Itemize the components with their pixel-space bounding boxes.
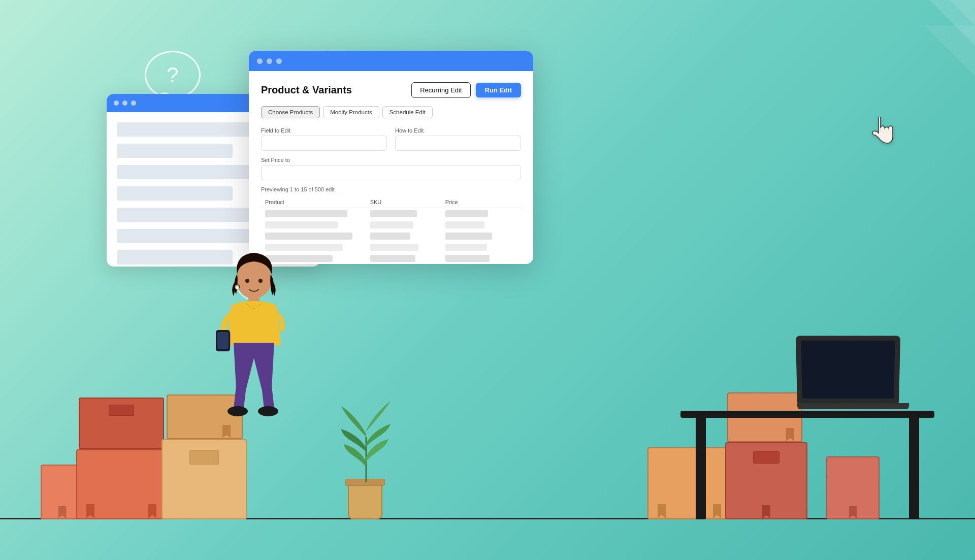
table-row <box>261 242 521 253</box>
how-to-edit-group: How to Edit Set to fixed value <box>395 127 521 151</box>
field-to-edit-group: Field to Edit Price <box>261 127 387 151</box>
main-dot-3 <box>276 58 282 64</box>
desk-leg-right <box>909 418 919 519</box>
plant-leaves <box>339 401 394 485</box>
main-dot-1 <box>257 58 263 64</box>
bookmark <box>86 504 94 518</box>
box-right-1 <box>647 447 731 519</box>
box-mid-top <box>79 398 164 449</box>
table-row <box>261 230 521 242</box>
main-content: Product & Variants Recurring Edit Run Ed… <box>249 71 533 264</box>
bookmark <box>849 506 857 518</box>
bookmark <box>148 504 156 518</box>
cell-bar <box>445 244 487 251</box>
cell-bar <box>265 221 338 228</box>
field-to-edit-label: Field to Edit <box>261 127 387 134</box>
set-price-label: Set Price to <box>261 157 521 163</box>
svg-point-15 <box>245 279 249 283</box>
bookmark <box>58 506 67 518</box>
preview-table-head: Product SKU Price <box>261 196 521 208</box>
svg-point-12 <box>258 406 278 416</box>
tab-choose-products[interactable]: Choose Products <box>261 106 320 118</box>
svg-point-17 <box>236 286 239 289</box>
bg-window-row-4 <box>117 186 233 201</box>
cell-bar <box>370 244 418 251</box>
set-price-group: Set Price to 20 <box>261 157 521 180</box>
svg-rect-10 <box>217 332 229 349</box>
preview-table: Product SKU Price <box>261 196 521 264</box>
svg-point-16 <box>258 279 263 283</box>
plant <box>348 479 382 519</box>
cell-bar <box>445 233 492 240</box>
cell-bar <box>445 255 490 262</box>
question-mark: ? <box>167 64 178 86</box>
bg-window-dot-1 <box>114 101 119 106</box>
cell-bar <box>445 210 489 217</box>
main-dot-2 <box>267 58 272 64</box>
cell-bar <box>370 210 417 217</box>
how-to-edit-input[interactable]: Set to fixed value <box>395 136 521 151</box>
cell-bar <box>445 221 485 228</box>
run-edit-button[interactable]: Run Edit <box>476 83 521 97</box>
cursor-hand <box>869 117 890 139</box>
table-row <box>261 208 521 219</box>
bookmark <box>658 504 666 518</box>
box-mid <box>76 449 167 519</box>
main-window: Product & Variants Recurring Edit Run Ed… <box>249 51 533 264</box>
character <box>206 251 297 444</box>
tab-schedule-edit[interactable]: Schedule Edit <box>382 106 433 118</box>
box-right-2 <box>725 442 807 519</box>
box-right-small <box>826 456 880 519</box>
table-row <box>261 253 521 264</box>
col-sku: SKU <box>366 196 441 208</box>
desk-leg-left <box>696 418 706 519</box>
box-label <box>109 405 134 416</box>
preview-table-body <box>261 208 521 264</box>
box-label <box>753 451 779 464</box>
box-large <box>161 439 247 519</box>
how-to-edit-label: How to Edit <box>395 127 521 134</box>
page-title: Product & Variants <box>261 84 352 96</box>
cell-bar <box>370 233 410 240</box>
cell-bar <box>265 244 343 251</box>
bookmark <box>762 505 770 518</box>
main-buttons: Recurring Edit Run Edit <box>411 82 521 98</box>
laptop-base <box>797 403 909 409</box>
laptop-screen <box>796 336 900 403</box>
recurring-edit-button[interactable]: Recurring Edit <box>411 82 470 98</box>
tab-modify-products[interactable]: Modify Products <box>323 106 379 118</box>
svg-marker-1 <box>924 25 975 76</box>
desk <box>680 411 934 418</box>
box-label <box>189 450 219 465</box>
bg-window-dot-2 <box>122 101 127 106</box>
form-price-row: Set Price to 20 <box>261 157 521 180</box>
laptop <box>797 337 909 409</box>
field-to-edit-input[interactable]: Price <box>261 136 387 151</box>
cell-bar <box>370 255 416 262</box>
main-header-row: Product & Variants Recurring Edit Run Ed… <box>261 82 521 98</box>
main-titlebar <box>249 51 533 71</box>
bg-window-row-2 <box>117 144 233 158</box>
bookmark <box>713 504 721 518</box>
tab-row: Choose Products Modify Products Schedule… <box>261 106 521 118</box>
deco-triangles <box>884 0 975 91</box>
cell-bar <box>265 210 347 217</box>
preview-label: Previewing 1 to 15 of 500 edit <box>261 186 521 192</box>
character-svg <box>206 251 297 444</box>
laptop-screen-inner <box>801 341 895 399</box>
form-top-row: Field to Edit Price How to Edit Set to f… <box>261 127 521 151</box>
plant-pot <box>348 483 382 519</box>
svg-point-11 <box>228 406 248 416</box>
col-product: Product <box>261 196 366 208</box>
set-price-input[interactable]: 20 <box>261 165 521 180</box>
col-price: Price <box>441 196 521 208</box>
table-row <box>261 219 521 230</box>
desk-surface <box>680 411 934 418</box>
bookmark <box>786 428 794 441</box>
bg-window-dot-3 <box>131 101 136 106</box>
cell-bar <box>265 233 352 240</box>
cell-bar <box>370 221 414 228</box>
bubble-circle: ? <box>145 51 201 99</box>
